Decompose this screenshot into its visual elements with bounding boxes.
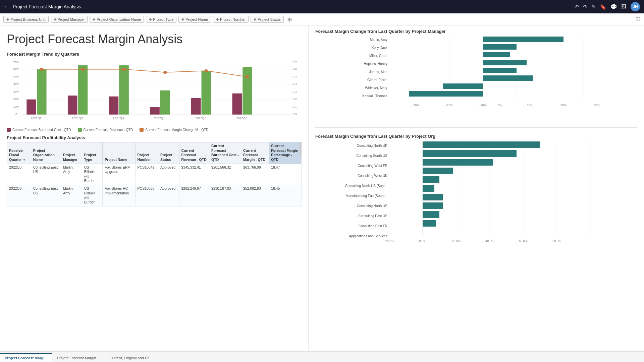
svg-text:30%: 30% <box>594 104 600 107</box>
page-title: Project Forecast Margin Analysis <box>7 32 302 46</box>
th-org[interactable]: Project Organization Name <box>31 142 61 164</box>
svg-text:Consulting East FR: Consulting East FR <box>359 224 387 228</box>
svg-rect-28 <box>119 65 129 115</box>
tab-2[interactable]: Current, Original and Pri... <box>105 353 157 362</box>
svg-rect-99 <box>423 202 443 209</box>
table-title: Project Forecast Profitability Analysis <box>7 135 302 140</box>
title-bar: ← Project Forecast Margin Analysis ↶ ↷ ✎… <box>0 0 644 13</box>
filter-chip-business-unit[interactable]: ◆ Project Business Unit <box>3 16 49 23</box>
td-margin-pct-2: 18.45 <box>269 185 302 206</box>
th-margin-pct[interactable]: Current Forecast Margin Percentage - QTD <box>269 142 302 164</box>
filter-chip-type[interactable]: ◆ Project Type <box>146 16 176 23</box>
td-number-1: PCS10049 <box>135 164 158 185</box>
svg-rect-85 <box>423 141 540 148</box>
svg-rect-34 <box>243 67 252 115</box>
edit-icon[interactable]: ✎ <box>591 4 596 10</box>
bar-chart-svg: 0 10M 20M 30M 40M 50M 60M 70M 0.0 0.1 0.… <box>7 59 302 120</box>
svg-text:30M: 30M <box>13 90 19 93</box>
undo-icon[interactable]: ↶ <box>575 4 579 10</box>
svg-rect-27 <box>109 97 119 115</box>
td-margin-2: $52,062.93 <box>241 185 269 206</box>
svg-text:60M: 60M <box>13 67 19 70</box>
svg-rect-25 <box>68 96 77 115</box>
svg-rect-93 <box>423 176 439 183</box>
svg-text:0.3: 0.3 <box>292 90 297 93</box>
th-status[interactable]: Project Status <box>158 142 179 164</box>
svg-text:James, Alan: James, Alan <box>369 70 387 74</box>
svg-point-35 <box>40 68 43 71</box>
table-row: 2022Q3 Consulting East US Marlin, Amy US… <box>7 185 302 206</box>
svg-rect-97 <box>423 194 443 200</box>
svg-rect-65 <box>483 75 533 81</box>
comment-icon[interactable]: 💬 <box>610 4 617 10</box>
back-icon[interactable]: ← <box>4 4 9 10</box>
filter-chip-name[interactable]: ◆ Project Name <box>178 16 211 23</box>
svg-text:0.2: 0.2 <box>292 98 297 101</box>
svg-text:Hopkins, Honey: Hopkins, Honey <box>364 62 387 66</box>
profitability-table: Receiver Fiscal Quarter ▼ Project Organi… <box>7 142 302 206</box>
svg-text:-30%: -30% <box>412 104 419 107</box>
td-org-1: Consulting East US <box>31 164 61 185</box>
avatar[interactable]: JH <box>631 2 640 11</box>
image-icon[interactable]: 🖼 <box>621 4 627 10</box>
th-project-name[interactable]: Project Name <box>103 142 135 164</box>
svg-rect-91 <box>423 168 453 174</box>
filter-chip-org-name[interactable]: ◆ Project Organization Name <box>90 16 144 23</box>
svg-text:Girard, Pierre: Girard, Pierre <box>367 78 387 82</box>
forecast-by-manager-title: Forecast Margin Change from Last Quarter… <box>315 29 637 34</box>
th-revenue[interactable]: Current Forecast Revenue - QTD <box>179 142 209 164</box>
svg-text:0%: 0% <box>497 104 502 107</box>
svg-text:60.0%: 60.0% <box>519 239 528 243</box>
svg-rect-59 <box>483 52 510 57</box>
filter-icon-bu: ◆ <box>6 17 9 21</box>
svg-rect-33 <box>232 94 242 115</box>
svg-text:0.6: 0.6 <box>292 67 297 70</box>
filter-label-org: Project Organization Name <box>97 17 141 21</box>
redo-icon[interactable]: ↷ <box>583 4 587 10</box>
th-manager[interactable]: Project Manager <box>61 142 82 164</box>
svg-rect-103 <box>423 220 436 227</box>
td-project-name-1: Fox Stores ERP Upgrade <box>103 164 135 185</box>
legend-label-margin: Current Forecast Margin Change % - QTD <box>145 128 208 132</box>
filter-options-icon[interactable]: ☷ <box>636 16 641 22</box>
filter-bar: ◆ Project Business Unit ◆ Project Manage… <box>0 13 644 25</box>
svg-text:2021Q4: 2021Q4 <box>113 117 124 120</box>
td-quarter-1: 2022Q3 <box>7 164 31 185</box>
filter-add-button[interactable]: ⊕ <box>287 16 292 23</box>
filter-chip-number[interactable]: ◆ Project Number <box>213 16 249 23</box>
svg-text:40.0%: 40.0% <box>485 239 494 243</box>
svg-text:20%: 20% <box>560 104 567 107</box>
filter-chip-manager[interactable]: ◆ Project Manager <box>51 16 88 23</box>
th-cost[interactable]: Current Forecast Burdened Cost - QTD <box>209 142 241 164</box>
bookmark-icon[interactable]: 🔖 <box>600 4 606 10</box>
table-scrollbar[interactable] <box>300 142 302 156</box>
filter-icon-org: ◆ <box>93 17 95 21</box>
td-margin-pct-1: 18.47 <box>269 164 302 185</box>
svg-rect-69 <box>409 91 483 97</box>
svg-text:2022Q2: 2022Q2 <box>195 117 206 120</box>
svg-rect-23 <box>26 100 36 115</box>
svg-rect-95 <box>423 185 434 192</box>
org-chart-svg: Consulting North UK Consulting South US … <box>315 141 637 245</box>
svg-rect-31 <box>191 98 201 115</box>
td-cost-2: $230,187.03 <box>209 185 241 206</box>
forecast-by-org-title: Forecast Margin Change from Last Quarter… <box>315 134 637 139</box>
td-status-2: Approved <box>158 185 179 206</box>
legend-label-revenue: Current Forecast Revenue - QTD <box>84 128 133 132</box>
svg-text:0.5: 0.5 <box>292 75 297 78</box>
td-manager-2: Marlin, Amy <box>61 185 82 206</box>
tab-bar: Project Forecast Margi... Project Foreca… <box>0 351 644 362</box>
th-type[interactable]: Project Type <box>82 142 102 164</box>
td-manager-1: Marlin, Amy <box>61 164 82 185</box>
td-number-2: PCS10066 <box>135 185 158 206</box>
filter-chip-status[interactable]: ◆ Project Status <box>251 16 283 23</box>
svg-text:Consulting East US: Consulting East US <box>358 214 387 218</box>
th-margin[interactable]: Current Forecast Margin - QTD <box>241 142 269 164</box>
filter-icon-mgr: ◆ <box>54 17 56 21</box>
filter-icon-status: ◆ <box>254 17 256 21</box>
th-quarter[interactable]: Receiver Fiscal Quarter ▼ <box>7 142 31 164</box>
tab-0[interactable]: Project Forecast Margi... <box>0 353 52 362</box>
tab-1[interactable]: Project Forecast Margin ... <box>52 353 105 362</box>
svg-text:70M: 70M <box>13 60 19 63</box>
th-project-number[interactable]: Project Number <box>135 142 158 164</box>
